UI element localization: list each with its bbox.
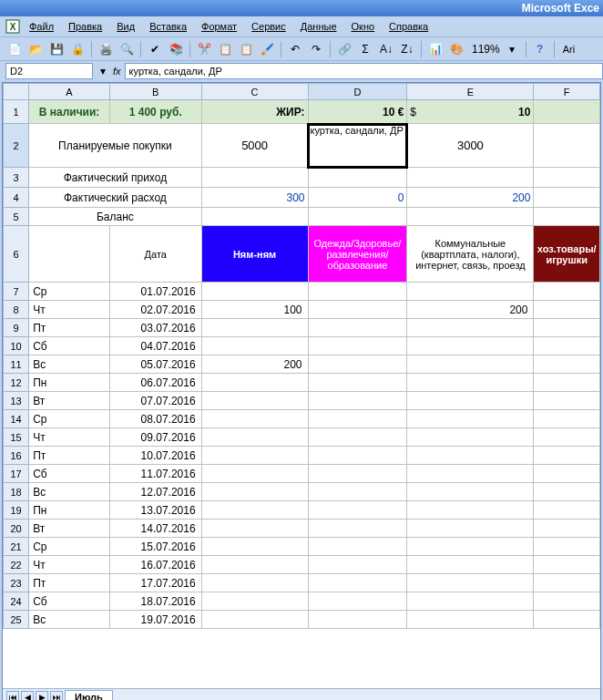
cell-B16[interactable]: 10.07.2016 <box>109 447 201 465</box>
cell-C6[interactable]: Ням-ням <box>201 226 308 283</box>
cell-B1[interactable]: 1 400 руб. <box>109 100 201 124</box>
undo-icon[interactable]: ↶ <box>286 40 304 58</box>
cell-F14[interactable] <box>534 410 600 428</box>
cell-A19[interactable]: Пн <box>29 501 110 520</box>
cell-F18[interactable] <box>534 483 600 501</box>
cell-E14[interactable] <box>407 410 534 428</box>
cell-A18[interactable]: Вс <box>29 483 110 501</box>
cell-E25[interactable] <box>407 611 534 629</box>
cell-C10[interactable] <box>201 337 308 355</box>
cell-D24[interactable] <box>308 592 407 611</box>
drawing-icon[interactable]: 🎨 <box>447 40 465 58</box>
cell-E7[interactable] <box>407 283 534 301</box>
spelling-icon[interactable]: ✔ <box>146 40 164 58</box>
cell-E5[interactable] <box>407 208 534 226</box>
row-header-22[interactable]: 22 <box>4 556 29 574</box>
cell-A13[interactable]: Вт <box>29 392 110 410</box>
cell-E15[interactable] <box>407 428 534 447</box>
zoom-combo[interactable]: 119% <box>472 43 500 56</box>
cell-B9[interactable]: 03.07.2016 <box>109 319 201 337</box>
row-header-23[interactable]: 23 <box>4 574 29 592</box>
cell-E16[interactable] <box>407 447 534 465</box>
cell-F22[interactable] <box>534 556 600 574</box>
row-header-7[interactable]: 7 <box>4 283 29 301</box>
cell-C8[interactable]: 100 <box>201 301 308 319</box>
cell-E19[interactable] <box>407 501 534 520</box>
row-header-25[interactable]: 25 <box>4 611 29 629</box>
row-header-6[interactable]: 6 <box>4 226 29 283</box>
cell-C2[interactable]: 5000 <box>201 124 308 168</box>
cell-B12[interactable]: 06.07.2016 <box>109 374 201 392</box>
paste-icon[interactable]: 📋 <box>237 40 255 58</box>
cell-E11[interactable] <box>407 355 534 374</box>
cell-E10[interactable] <box>407 337 534 355</box>
row-header-5[interactable]: 5 <box>4 208 29 226</box>
cell-F7[interactable] <box>534 283 600 301</box>
cell-F24[interactable] <box>534 592 600 611</box>
cell-A12[interactable]: Пн <box>29 374 110 392</box>
cell-E18[interactable] <box>407 483 534 501</box>
cell-F11[interactable] <box>534 355 600 374</box>
cell-A23[interactable]: Пт <box>29 574 110 592</box>
cell-F13[interactable] <box>534 392 600 410</box>
formula-input[interactable]: куртка, сандали, ДР <box>125 63 603 79</box>
col-header-A[interactable]: A <box>29 84 110 100</box>
cell-A1[interactable]: В наличии: <box>29 100 110 124</box>
cell-A7[interactable]: Ср <box>29 283 110 301</box>
cell-F10[interactable] <box>534 337 600 355</box>
col-header-C[interactable]: C <box>201 84 308 100</box>
cell-D14[interactable] <box>308 410 407 428</box>
cell-A20[interactable]: Вт <box>29 520 110 538</box>
cell-B18[interactable]: 12.07.2016 <box>109 483 201 501</box>
cell-E6[interactable]: Коммунальные (квартплата, налоги), интер… <box>407 226 534 283</box>
cell-D22[interactable] <box>308 556 407 574</box>
cell-B21[interactable]: 15.07.2016 <box>109 538 201 556</box>
cell-D9[interactable] <box>308 319 407 337</box>
cell-E8[interactable]: 200 <box>407 301 534 319</box>
cell-C22[interactable] <box>201 556 308 574</box>
cell-C20[interactable] <box>201 520 308 538</box>
cell-D8[interactable] <box>308 301 407 319</box>
cell-E20[interactable] <box>407 520 534 538</box>
cell-D5[interactable] <box>308 208 407 226</box>
cell-A4B4[interactable]: Фактический расход <box>29 188 201 208</box>
menu-help[interactable]: Справка <box>383 19 434 34</box>
cell-E17[interactable] <box>407 465 534 483</box>
menu-format[interactable]: Формат <box>196 19 242 34</box>
cell-D7[interactable] <box>308 283 407 301</box>
cell-B22[interactable]: 16.07.2016 <box>109 556 201 574</box>
chart-wizard-icon[interactable]: 📊 <box>426 40 445 58</box>
cell-D11[interactable] <box>308 355 407 374</box>
save-icon[interactable]: 💾 <box>47 40 66 58</box>
hyperlink-icon[interactable]: 🔗 <box>335 40 353 58</box>
row-header-11[interactable]: 11 <box>4 355 29 374</box>
cell-D21[interactable] <box>308 538 407 556</box>
cell-A15[interactable]: Чт <box>29 428 110 447</box>
chevron-down-icon[interactable]: ▾ <box>97 62 109 80</box>
row-header-21[interactable]: 21 <box>4 538 29 556</box>
cell-F23[interactable] <box>534 574 600 592</box>
row-header-14[interactable]: 14 <box>4 410 29 428</box>
open-icon[interactable]: 📂 <box>26 40 45 58</box>
cell-C14[interactable] <box>201 410 308 428</box>
row-header-4[interactable]: 4 <box>4 188 29 208</box>
cell-E9[interactable] <box>407 319 534 337</box>
cell-F9[interactable] <box>534 319 600 337</box>
cell-F4[interactable] <box>534 188 600 208</box>
cell-B23[interactable]: 17.07.2016 <box>109 574 201 592</box>
cell-D6[interactable]: Одежда/Здоровье/развлечения/образование <box>308 226 407 283</box>
row-header-9[interactable]: 9 <box>4 319 29 337</box>
cell-A5B5[interactable]: Баланс <box>29 208 201 226</box>
cell-A17[interactable]: Сб <box>29 465 110 483</box>
tab-nav-last-icon[interactable]: ⏭ <box>50 691 63 701</box>
cell-C5[interactable] <box>201 208 308 226</box>
cell-C24[interactable] <box>201 592 308 611</box>
cell-F20[interactable] <box>534 520 600 538</box>
redo-icon[interactable]: ↷ <box>307 40 325 58</box>
row-header-8[interactable]: 8 <box>4 301 29 319</box>
help-icon[interactable]: ? <box>531 40 549 58</box>
row-header-20[interactable]: 20 <box>4 520 29 538</box>
cell-C25[interactable] <box>201 611 308 629</box>
col-header-D[interactable]: D <box>308 84 407 100</box>
cell-D15[interactable] <box>308 428 407 447</box>
